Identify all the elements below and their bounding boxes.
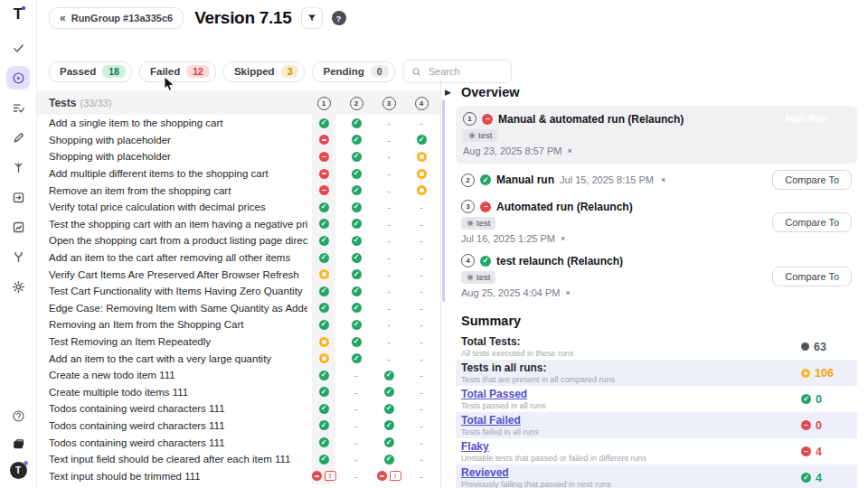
run-tag[interactable]: test xyxy=(461,271,495,284)
table-row[interactable]: Edge Case: Removing Item with Same Quant… xyxy=(36,300,441,317)
table-row[interactable]: Shopping with placeholder✓-✓ xyxy=(36,132,441,149)
table-row[interactable]: Verify Cart Items Are Preserved After Br… xyxy=(36,266,441,283)
sidebar-item-gear[interactable] xyxy=(6,275,30,298)
overview-run-item: 4✓test relaunch (Relaunch)testAug 25, 20… xyxy=(456,250,857,302)
table-row[interactable]: Todos containing weird characters 111✓-✓… xyxy=(36,434,441,451)
summary-value: 0 xyxy=(801,419,848,432)
status-cell: - xyxy=(405,434,438,451)
table-row[interactable]: Removing an Item from the Shopping Cart✓… xyxy=(36,316,441,333)
filter-chip-failed[interactable]: Failed12 xyxy=(139,61,216,82)
table-row[interactable]: Shopping with placeholder✓- xyxy=(36,148,441,165)
table-row[interactable]: Create a new todo item 111✓-✓- xyxy=(36,367,441,384)
summary-label[interactable]: Revieved xyxy=(461,466,801,479)
table-row[interactable]: Add a single item to the shopping cart✓✓… xyxy=(36,115,441,132)
status-skipped-icon xyxy=(319,269,329,279)
status-cell: - xyxy=(405,300,438,317)
compare-to-button[interactable]: Compare To xyxy=(772,212,852,232)
sidebar-item-pen[interactable] xyxy=(6,126,30,149)
summary-value: 4 xyxy=(801,446,848,458)
summary-value: ✓0 xyxy=(801,393,848,406)
sidebar-item-docs[interactable] xyxy=(8,434,28,454)
status-cell: ✓ xyxy=(307,400,340,418)
help-button[interactable]: ? xyxy=(332,11,346,25)
status-cell: ✓ xyxy=(307,283,340,300)
back-to-rungroup-button[interactable]: « RunGroup #13a335c6 xyxy=(49,7,184,29)
status-cell: ✓ xyxy=(340,300,373,317)
compare-to-button[interactable]: Compare To xyxy=(772,267,852,286)
status-failed-icon xyxy=(319,185,329,195)
status-cell: - xyxy=(405,367,438,384)
app-logo[interactable]: T xyxy=(14,6,23,22)
sidebar-item-route[interactable] xyxy=(6,155,30,179)
comment-icon[interactable]: ! xyxy=(325,471,336,481)
table-row[interactable]: Test the shopping cart with an item havi… xyxy=(36,216,441,233)
status-none: - xyxy=(387,252,391,263)
remove-run-icon[interactable]: × xyxy=(561,234,565,243)
status-none: - xyxy=(420,319,423,330)
status-passed-icon: ✓ xyxy=(352,269,362,279)
table-row[interactable]: Create multiple todo items 111✓-✓- xyxy=(36,384,441,401)
chip-label: Failed xyxy=(150,66,180,77)
tests-count: (33/33) xyxy=(80,98,111,108)
table-row[interactable]: Add an item to the cart with a very larg… xyxy=(36,350,441,367)
sidebar-item-check[interactable] xyxy=(6,36,30,60)
status-passed-icon: ✓ xyxy=(319,455,329,465)
back-chevrons-icon: « xyxy=(60,12,66,24)
filter-button[interactable] xyxy=(301,7,323,29)
run-tag[interactable]: test xyxy=(461,217,495,230)
table-row[interactable]: Add multiple different items to the shop… xyxy=(36,165,441,183)
run-number-icon: 2 xyxy=(461,174,475,187)
status-cell: ✓ xyxy=(340,115,373,132)
test-name: Edge Case: Removing Item with Same Quant… xyxy=(49,303,307,314)
status-passed-icon: ✓ xyxy=(352,337,362,347)
comment-icon[interactable]: ! xyxy=(390,471,401,481)
table-row[interactable]: Verify total price calculation with deci… xyxy=(36,199,441,216)
sidebar-item-list-check[interactable] xyxy=(6,96,30,119)
status-passed-icon: ✓ xyxy=(319,420,329,430)
status-none: - xyxy=(420,235,423,246)
sidebar-bottom: T xyxy=(8,406,28,479)
sidebar-item-chart[interactable] xyxy=(6,215,30,239)
filter-chip-pending[interactable]: Pending0 xyxy=(312,61,394,82)
status-cell: - xyxy=(405,418,438,435)
table-row[interactable]: Remove an item from the shopping cart✓- xyxy=(36,182,441,199)
filter-chip-skipped[interactable]: Skipped3 xyxy=(223,61,306,82)
sidebar-item-fork[interactable] xyxy=(6,245,30,268)
status-cell: ✓ xyxy=(307,232,340,249)
table-row[interactable]: Test Removing an Item Repeatedly✓-- xyxy=(36,333,441,351)
status-none: - xyxy=(420,219,423,230)
table-row[interactable]: Todos containing weird characters 111✓-✓… xyxy=(36,400,441,418)
status-none: - xyxy=(387,286,391,296)
summary-label[interactable]: Flaky xyxy=(461,440,801,453)
compare-to-button[interactable]: Compare To xyxy=(772,170,852,190)
status-none: - xyxy=(387,219,391,230)
summary-label[interactable]: Total Passed xyxy=(461,388,801,400)
status-failed-icon xyxy=(319,135,329,145)
sidebar-item-help[interactable] xyxy=(8,406,28,426)
sidebar-item-import[interactable] xyxy=(6,185,30,209)
table-row[interactable]: Open the shopping cart from a product li… xyxy=(36,232,441,249)
sidebar-item-play[interactable] xyxy=(6,66,30,89)
remove-run-icon[interactable]: × xyxy=(567,146,571,155)
filter-chip-passed[interactable]: Passed18 xyxy=(49,61,132,82)
status-none: - xyxy=(354,420,358,431)
run-tag[interactable]: test xyxy=(463,129,497,142)
table-row[interactable]: Todos containing weird characters 111✓-✓… xyxy=(36,418,441,435)
table-row[interactable]: Text input should be trimmed 111!-!- xyxy=(36,467,441,484)
remove-run-icon[interactable]: × xyxy=(565,288,570,297)
summary-desc: All tests executed in these runs xyxy=(461,349,801,358)
run-title: Manual run xyxy=(496,174,554,186)
chip-count-badge: 12 xyxy=(186,65,210,78)
summary-label[interactable]: Total Failed xyxy=(461,414,801,427)
status-cell: ✓ xyxy=(340,350,373,367)
status-passed-icon: ✓ xyxy=(319,118,329,128)
avatar[interactable]: T xyxy=(10,462,27,479)
status-passed-icon: ✓ xyxy=(352,253,362,263)
summary-row: Total Tests:All tests executed in these … xyxy=(456,333,857,360)
table-row[interactable]: Test Cart Functionality with Items Havin… xyxy=(36,283,441,300)
table-row[interactable]: Text input field should be cleared after… xyxy=(36,451,441,468)
table-row[interactable]: Add an item to the cart after removing a… xyxy=(36,249,441,267)
remove-run-icon[interactable]: × xyxy=(661,175,665,184)
chip-label: Passed xyxy=(60,66,96,77)
run-passed-icon: ✓ xyxy=(480,174,491,185)
